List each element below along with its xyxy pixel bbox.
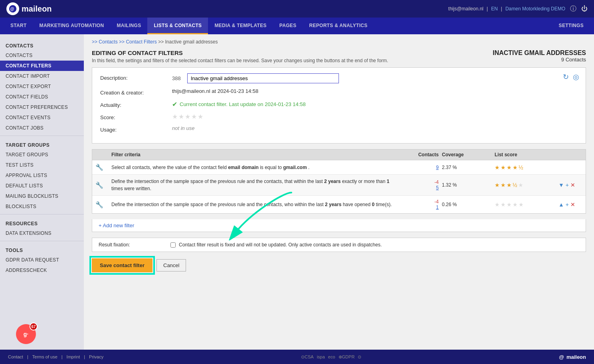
result-fixation-checkbox[interactable] [170,242,176,248]
footer-privacy[interactable]: Privacy [89,354,103,359]
description-id: 388 [172,75,181,81]
sidebar: CONTACTS CONTACTS CONTACT FILTERS CONTAC… [0,34,84,350]
filter-row-icon-3[interactable]: 🔧 [95,201,111,209]
filter-row-score-1: ★ ★ ★ ★ ½ [495,164,558,171]
sidebar-item-contact-events[interactable]: CONTACT EVENTS [0,112,84,123]
sidebar-item-contact-import[interactable]: CONTACT IMPORT [0,71,84,81]
sidebar-item-blocklists[interactable]: BLOCKLISTS [0,201,84,212]
sidebar-item-test-lists[interactable]: TEST LISTS [0,160,84,170]
csa-logo: ⊙CSA [301,354,314,360]
power-icon[interactable]: ⏻ [581,5,588,12]
refresh-icon[interactable]: ↻ [563,73,569,81]
col-contacts-header: Contacts [399,152,439,157]
nav-reports[interactable]: REPORTS & ANALYTICS [303,18,374,34]
breadcrumb-contact-filters[interactable]: >> Contact Filters [119,39,157,45]
footer-contact[interactable]: Contact [8,354,23,359]
info-icon[interactable]: ⓘ [570,5,576,13]
nav-media-templates[interactable]: MEDIA & TEMPLATES [208,18,273,34]
top-bar-right: thijs@maileon.nl | EN | Damen Motorkledi… [448,5,588,13]
score-star-3-3: ★ [507,201,512,208]
star-5[interactable]: ★ [198,113,203,120]
logo-text: maileon [22,4,52,14]
contacts-link-1[interactable]: 9 [436,165,439,170]
sidebar-item-contact-export[interactable]: CONTACT EXPORT [0,81,84,92]
score-stars[interactable]: ★ ★ ★ ★ ★ [172,113,578,120]
score-star-3-4: ★ [513,201,518,208]
filter-row-icon-2[interactable]: 🔧 [95,181,111,189]
score-star-1-2: ★ [501,164,506,171]
contacts-delta-2: -4 [399,179,439,185]
filter-row-score-3: ★ ★ ★ ★ ★ [495,201,558,208]
add-filter-row-icon[interactable]: + [566,182,569,188]
sidebar-item-contact-filters[interactable]: CONTACT FILTERS [0,61,84,71]
filter-row-coverage-3: 0.26 % [439,202,495,207]
delete-filter-row-3-icon[interactable]: ✕ [570,201,575,208]
page-header-left: EDITING OF CONTACT FILTERS In this field… [92,49,388,63]
nav-mailings[interactable]: MAILINGS [110,18,147,34]
save-contact-filter-button[interactable]: Save contact filter [92,258,152,272]
sidebar-item-addresscheck[interactable]: ADDRESSCHECK [0,265,84,275]
star-1[interactable]: ★ [172,113,178,120]
form-section: ↻ ◎ Description: 388 Creation & creator:… [92,67,586,144]
score-star-1-5: ½ [519,164,523,171]
score-star-2-2: ★ [501,182,506,188]
footer-brand: @ maileon [559,354,586,360]
footer-logo-icon: @ [559,354,564,360]
g2-count: 67 [30,323,38,331]
sidebar-item-gdpr[interactable]: GDPR DATA REQUEST [0,255,84,265]
cancel-button[interactable]: Cancel [156,259,186,272]
star-4[interactable]: ★ [191,113,197,120]
score-star-1-4: ★ [513,164,518,171]
target-icon[interactable]: ◎ [573,73,579,81]
sidebar-item-approval-lists[interactable]: APPROVAL LISTS [0,170,84,181]
sidebar-item-data-extensions[interactable]: DATA EXTENSIONS [0,228,84,238]
sidebar-item-contact-preferences[interactable]: CONTACT PREFERENCES [0,102,84,112]
col-icon-header [95,152,111,157]
filter-row-icon-1[interactable]: 🔧 [95,163,111,171]
sidebar-item-target-groups[interactable]: TARGET GROUPS [0,150,84,160]
sidebar-item-contacts[interactable]: CONTACTS [0,50,84,61]
footer-terms[interactable]: Terms of use [32,354,57,359]
nav-pages[interactable]: PAGES [273,18,303,34]
filter-row-contacts-2: -4 5 [399,179,439,191]
creation-date: 2024-01-23 14:58 [218,88,259,94]
footer-brand-name: maileon [566,354,586,360]
contacts-link-2[interactable]: 5 [436,185,439,191]
star-2[interactable]: ★ [178,113,184,120]
ispa-logo: ispa [317,354,325,359]
footer: Contact | Terms of use | Imprint | Priva… [0,350,594,364]
breadcrumb-contacts[interactable]: >> Contacts [92,39,118,45]
add-new-filter-button[interactable]: + Add new filter [99,222,134,228]
delete-filter-row-icon[interactable]: ✕ [570,182,575,188]
nav-settings[interactable]: SETTINGS [552,18,590,34]
lang-switch[interactable]: EN [491,6,498,12]
filter-row-text-1: Select all contacts, where the value of … [111,164,399,171]
nav-lists-contacts[interactable]: LISTS & CONTACTS [147,18,208,34]
col-score-header: List score [495,152,558,157]
move-down-icon[interactable]: ▼ [558,182,564,188]
user-name[interactable]: Damen Motorkleding DEMO [505,6,565,12]
usage-label: Usage: [100,125,172,133]
sidebar-item-contact-fields[interactable]: CONTACT FIELDS [0,92,84,102]
page-header-right: INACTIVE GMAIL ADDRESSES 9 Contacts [493,49,586,63]
sidebar-item-default-lists[interactable]: DEFAULT LISTS [0,181,84,191]
move-up-icon[interactable]: ▲ [558,201,564,208]
g2-badge[interactable]: g· 67 [16,324,36,344]
sidebar-item-mailing-blocklists[interactable]: MAILING BLOCKLISTS [0,191,84,201]
usage-row: Usage: not in use [100,125,578,133]
footer-imprint[interactable]: Imprint [67,354,80,359]
result-fixation-text: Contact filter result is fixed and will … [179,242,382,248]
score-star-1-3: ★ [507,164,512,171]
add-filter-row-3-icon[interactable]: + [566,201,569,208]
actuality-label: Actuality: [100,100,172,108]
nav-marketing-automation[interactable]: MARKETING AUTOMATION [33,18,111,34]
nav-start[interactable]: START [4,18,33,34]
contacts-link-3[interactable]: 1 [436,205,439,210]
page-header: EDITING OF CONTACT FILTERS In this field… [92,49,586,63]
description-input[interactable] [187,73,339,83]
eco-logo: eco [328,354,335,359]
sidebar-item-contact-jobs[interactable]: CONTACT JOBS [0,123,84,133]
svg-text:@: @ [10,7,14,11]
creation-row: Creation & creator: thijs@maileon.nl at … [100,88,578,96]
star-3[interactable]: ★ [185,113,190,120]
